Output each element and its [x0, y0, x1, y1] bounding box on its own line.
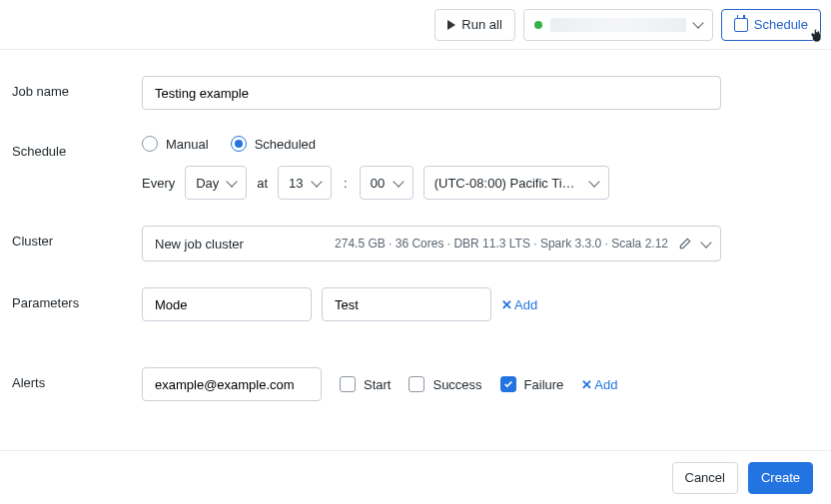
- cancel-button[interactable]: Cancel: [672, 462, 738, 494]
- interval-unit-value: Day: [196, 176, 219, 191]
- create-button[interactable]: Create: [748, 462, 813, 494]
- row-schedule: Schedule Manual Scheduled Every Day at: [12, 136, 819, 200]
- label-parameters: Parameters: [12, 287, 142, 321]
- time-colon: :: [342, 176, 350, 191]
- timezone-select[interactable]: (UTC-08:00) Pacific Ti…: [423, 166, 609, 200]
- row-cluster: Cluster New job cluster 274.5 GB · 36 Co…: [12, 226, 819, 261]
- chevron-down-icon: [692, 17, 703, 28]
- alert-email-input[interactable]: [142, 367, 322, 401]
- edit-icon[interactable]: [678, 237, 692, 251]
- chevron-down-icon: [227, 176, 238, 187]
- add-alert-button[interactable]: ✕ Add: [581, 377, 617, 392]
- schedule-button-label: Schedule: [754, 17, 808, 32]
- alert-start-label: Start: [364, 377, 391, 392]
- add-parameter-button[interactable]: ✕ Add: [501, 297, 537, 312]
- parameter-value-input[interactable]: [322, 287, 491, 321]
- at-label: at: [257, 176, 268, 191]
- chevron-down-icon: [700, 237, 711, 248]
- interval-unit-select[interactable]: Day: [185, 166, 247, 200]
- chevron-down-icon: [588, 176, 599, 187]
- job-name-input[interactable]: [142, 76, 721, 110]
- minute-value: 00: [371, 176, 385, 191]
- schedule-mode-scheduled[interactable]: Scheduled: [231, 136, 316, 152]
- job-form: Job name Schedule Manual Scheduled Every: [0, 50, 831, 450]
- dialog-footer: Cancel Create: [0, 450, 831, 504]
- cluster-name: New job cluster: [155, 237, 244, 252]
- alert-success-checkbox[interactable]: Success: [409, 376, 481, 392]
- plus-icon: ✕: [581, 377, 592, 392]
- label-schedule: Schedule: [12, 136, 142, 200]
- alert-failure-label: Failure: [524, 377, 564, 392]
- cluster-spec: 274.5 GB · 36 Cores · DBR 11.3 LTS · Spa…: [335, 237, 668, 251]
- checkbox-icon: [340, 376, 356, 392]
- label-job-name: Job name: [12, 76, 142, 110]
- radio-label-scheduled: Scheduled: [255, 137, 316, 152]
- chevron-down-icon: [311, 176, 322, 187]
- alert-failure-checkbox[interactable]: Failure: [500, 376, 564, 392]
- add-parameter-label: Add: [514, 297, 537, 312]
- radio-icon: [142, 136, 158, 152]
- chevron-down-icon: [393, 176, 404, 187]
- cluster-selector[interactable]: New job cluster 274.5 GB · 36 Cores · DB…: [142, 226, 721, 261]
- schedule-mode-manual[interactable]: Manual: [142, 136, 209, 152]
- cancel-label: Cancel: [685, 470, 725, 485]
- checkbox-icon: [500, 376, 516, 392]
- row-alerts: Alerts Start Success Failure: [12, 367, 819, 401]
- radio-icon: [231, 136, 247, 152]
- row-parameters: Parameters ✕ Add: [12, 287, 819, 321]
- radio-label-manual: Manual: [166, 137, 209, 152]
- alert-start-checkbox[interactable]: Start: [340, 376, 391, 392]
- schedule-button[interactable]: Schedule: [721, 9, 821, 41]
- compute-name-placeholder: [550, 18, 686, 32]
- row-job-name: Job name: [12, 76, 819, 110]
- add-alert-label: Add: [594, 377, 617, 392]
- plus-icon: ✕: [501, 297, 512, 312]
- run-all-button[interactable]: Run all: [434, 9, 514, 41]
- compute-resource-selector[interactable]: [523, 9, 713, 41]
- create-label: Create: [761, 470, 800, 485]
- every-label: Every: [142, 176, 175, 191]
- topbar: Run all Schedule: [0, 0, 831, 50]
- alert-success-label: Success: [432, 377, 481, 392]
- calendar-icon: [734, 18, 748, 32]
- play-icon: [447, 20, 455, 30]
- status-dot-icon: [534, 21, 542, 29]
- run-all-label: Run all: [461, 17, 501, 32]
- label-cluster: Cluster: [12, 226, 142, 261]
- minute-select[interactable]: 00: [360, 166, 414, 200]
- hour-select[interactable]: 13: [278, 166, 332, 200]
- timezone-value: (UTC-08:00) Pacific Ti…: [434, 176, 575, 191]
- label-alerts: Alerts: [12, 367, 142, 401]
- parameter-key-input[interactable]: [142, 287, 312, 321]
- hour-value: 13: [289, 176, 303, 191]
- checkbox-icon: [409, 376, 424, 392]
